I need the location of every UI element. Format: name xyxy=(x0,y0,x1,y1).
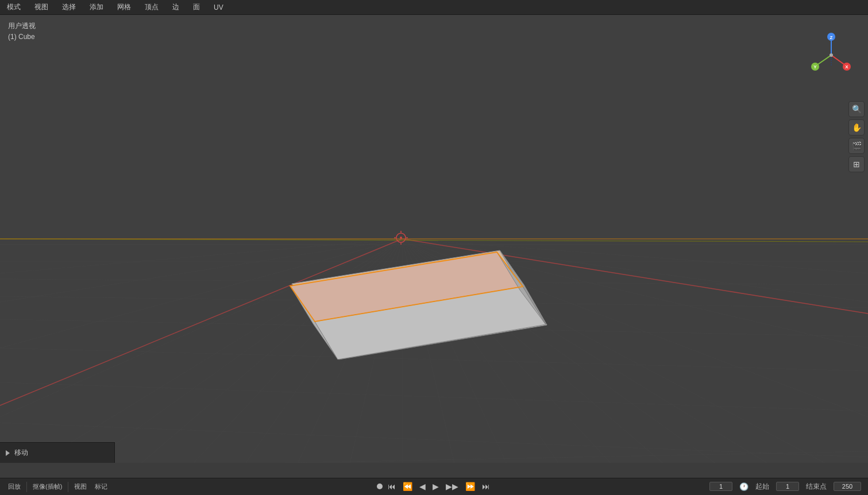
view-button[interactable]: 视图 xyxy=(72,481,89,492)
bottom-bar: 回放 抠像(插帧) 视图 标记 ⏮ ⏪ ◀ ▶ ▶▶ ⏩ ⏭ 🕐 起始 结束点 xyxy=(0,478,868,495)
menu-mesh[interactable]: 网格 xyxy=(115,1,133,13)
top-menu-bar: 模式 视图 选择 添加 网格 顶点 边 面 UV xyxy=(0,0,868,15)
menu-edge[interactable]: 边 xyxy=(170,1,182,13)
move-label: 移动 xyxy=(14,448,28,458)
grid-tool-button[interactable]: ⊞ xyxy=(848,156,865,172)
svg-point-47 xyxy=(400,237,402,239)
svg-line-59 xyxy=(816,55,831,65)
timeline-controls: ⏮ ⏪ ◀ ▶ ▶▶ ⏩ ⏭ xyxy=(377,478,492,495)
move-panel: 移动 xyxy=(0,442,115,463)
end-frame-input[interactable] xyxy=(834,482,861,491)
keyframe-indicator xyxy=(377,484,383,489)
orientation-gizmo[interactable]: Z X Y xyxy=(808,32,854,78)
svg-line-30 xyxy=(0,382,868,411)
separator-1 xyxy=(26,482,27,492)
next-frame-button[interactable]: ▶▶ xyxy=(444,482,460,491)
separator-2 xyxy=(68,482,68,492)
menu-uv[interactable]: UV xyxy=(211,2,226,13)
jump-end-button[interactable]: ⏭ xyxy=(480,482,492,491)
marker-button[interactable]: 标记 xyxy=(92,481,110,492)
clock-icon: 🕐 xyxy=(739,482,749,491)
menu-view[interactable]: 视图 xyxy=(32,1,51,13)
zoom-tool-button[interactable]: 🔍 xyxy=(848,101,865,117)
pan-tool-button[interactable]: ✋ xyxy=(848,119,865,136)
jump-start-button[interactable]: ⏮ xyxy=(386,482,398,491)
svg-line-31 xyxy=(0,423,868,457)
interpolation-button[interactable]: 抠像(插帧) xyxy=(30,481,64,492)
next-keyframe-button[interactable]: ⏩ xyxy=(464,482,477,491)
svg-text:X: X xyxy=(845,64,848,69)
menu-mode[interactable]: 模式 xyxy=(5,1,23,13)
prev-keyframe-button[interactable]: ⏪ xyxy=(401,482,414,491)
menu-add[interactable]: 添加 xyxy=(87,1,106,13)
play-button[interactable]: ▶ xyxy=(431,482,441,491)
svg-text:Y: Y xyxy=(813,64,817,69)
viewport[interactable]: 用户透视 (1) Cube Z X Y 🔍 ✋ 🎬 ⊞ xyxy=(0,15,868,463)
svg-line-56 xyxy=(831,55,846,65)
grid-svg xyxy=(0,15,868,463)
prev-frame-button[interactable]: ◀ xyxy=(418,482,427,491)
svg-text:Z: Z xyxy=(830,35,833,40)
frame-info: 🕐 起始 结束点 xyxy=(709,478,868,495)
camera-tool-button[interactable]: 🎬 xyxy=(848,138,865,154)
svg-line-32 xyxy=(0,451,868,463)
svg-line-23 xyxy=(0,239,402,273)
start-frame-input[interactable] xyxy=(776,482,799,491)
menu-vertex[interactable]: 顶点 xyxy=(142,1,161,13)
playback-button[interactable]: 回放 xyxy=(6,481,23,492)
menu-face[interactable]: 面 xyxy=(191,1,202,13)
right-toolbar: 🔍 ✋ 🎬 ⊞ xyxy=(848,101,865,172)
menu-select[interactable]: 选择 xyxy=(60,1,78,13)
expand-icon[interactable] xyxy=(6,450,10,456)
current-frame-input[interactable] xyxy=(709,482,732,491)
playback-section: 回放 抠像(插帧) 视图 标记 xyxy=(6,481,110,492)
start-label: 起始 xyxy=(755,482,769,492)
svg-point-63 xyxy=(830,53,833,57)
end-label: 结束点 xyxy=(806,482,827,492)
